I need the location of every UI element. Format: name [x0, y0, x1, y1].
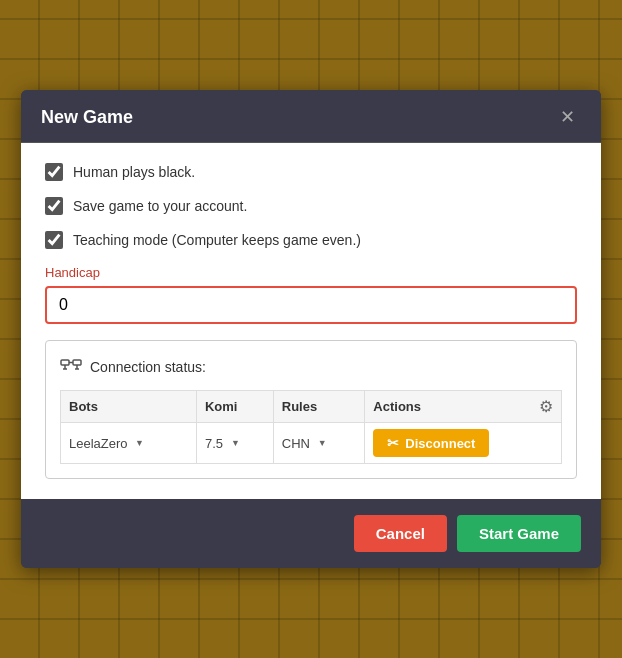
dialog-footer: Cancel Start Game	[21, 499, 601, 568]
teaching-mode-checkbox[interactable]	[45, 231, 63, 249]
disconnect-label: Disconnect	[405, 436, 475, 451]
komi-header: Komi	[196, 391, 273, 423]
save-game-checkbox[interactable]	[45, 197, 63, 215]
bot-select[interactable]: LeelaZero	[69, 436, 144, 451]
komi-cell: 7.5	[196, 423, 273, 464]
komi-select[interactable]: 7.5	[205, 436, 240, 451]
komi-select-wrapper: 7.5	[205, 436, 240, 451]
handicap-label: Handicap	[45, 265, 577, 280]
dialog-title: New Game	[41, 107, 133, 128]
handicap-group: Handicap	[45, 265, 577, 324]
bot-cell: LeelaZero	[61, 423, 197, 464]
table-header-row: Bots Komi Rules Actions ⚙	[61, 391, 562, 423]
handicap-input[interactable]	[45, 286, 577, 324]
bot-select-wrapper: LeelaZero	[69, 436, 144, 451]
disconnect-icon: ✂	[387, 435, 399, 451]
start-game-button[interactable]: Start Game	[457, 515, 581, 552]
human-plays-black-label: Human plays black.	[73, 164, 195, 180]
disconnect-button[interactable]: ✂ Disconnect	[373, 429, 489, 457]
dialog-body: Human plays black. Save game to your acc…	[21, 143, 601, 499]
human-plays-black-row: Human plays black.	[45, 163, 577, 181]
gear-button[interactable]: ⚙	[539, 397, 553, 416]
bots-table: Bots Komi Rules Actions ⚙	[60, 390, 562, 464]
svg-rect-1	[73, 360, 81, 365]
close-button[interactable]: ✕	[554, 106, 581, 128]
svg-rect-0	[61, 360, 69, 365]
dialog-header: New Game ✕	[21, 90, 601, 143]
teaching-mode-label: Teaching mode (Computer keeps game even.…	[73, 232, 361, 248]
new-game-dialog: New Game ✕ Human plays black. Save game …	[21, 90, 601, 568]
actions-header: Actions ⚙	[365, 391, 562, 423]
bots-header: Bots	[61, 391, 197, 423]
rules-select[interactable]: CHN	[282, 436, 327, 451]
connection-status-label: Connection status:	[90, 359, 206, 375]
teaching-mode-row: Teaching mode (Computer keeps game even.…	[45, 231, 577, 249]
rules-header: Rules	[273, 391, 365, 423]
save-game-label: Save game to your account.	[73, 198, 247, 214]
cancel-button[interactable]: Cancel	[354, 515, 447, 552]
table-row: LeelaZero 7.5	[61, 423, 562, 464]
overlay: New Game ✕ Human plays black. Save game …	[0, 0, 622, 658]
connection-box: Connection status: Bots Komi Rules Actio…	[45, 340, 577, 479]
connection-header: Connection status:	[60, 355, 562, 378]
rules-select-wrapper: CHN	[282, 436, 327, 451]
rules-cell: CHN	[273, 423, 365, 464]
actions-cell: ✂ Disconnect	[365, 423, 562, 464]
human-plays-black-checkbox[interactable]	[45, 163, 63, 181]
save-game-row: Save game to your account.	[45, 197, 577, 215]
connection-icon	[60, 355, 82, 378]
